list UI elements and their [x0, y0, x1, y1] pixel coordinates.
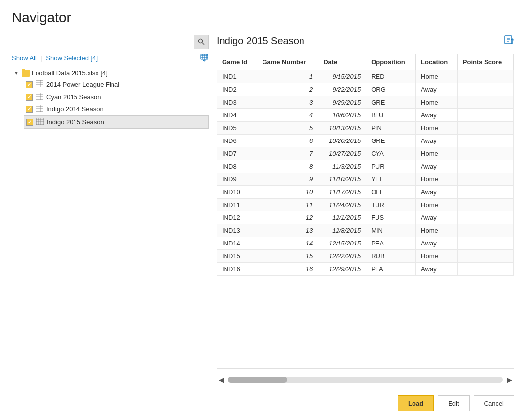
table-cell-r9-c2: 11/17/2015: [318, 186, 366, 199]
checkbox-check-icon: ✓: [27, 82, 31, 87]
table-grid-icon: [36, 118, 44, 126]
tree-item-label-1: 2014 Power League Final: [46, 81, 119, 88]
table-cell-r1-c4: Away: [416, 83, 458, 96]
table-cell-r8-c1: 9: [257, 173, 318, 186]
data-table-wrapper[interactable]: Game IdGame NumberDateOppositionLocation…: [217, 54, 514, 369]
table-cell-r12-c0: IND13: [217, 224, 257, 237]
table-cell-r3-c0: IND4: [217, 109, 257, 122]
table-row: IND9911/10/2015YELHome: [217, 173, 514, 186]
table-cell-r5-c1: 6: [257, 135, 318, 147]
table-cell-r7-c4: Away: [416, 160, 458, 173]
table-cell-r4-c3: PIN: [366, 122, 416, 135]
table-cell-r11-c1: 12: [257, 211, 318, 224]
expand-arrow-icon: ▼: [14, 70, 20, 76]
table-cell-r5-c3: GRE: [366, 135, 416, 147]
table-row: IND119/15/2015REDHome: [217, 70, 514, 83]
table-cell-r0-c0: IND1: [217, 70, 257, 83]
table-cell-r6-c5: [457, 147, 513, 160]
tree-item-checkbox-3[interactable]: ✓: [26, 106, 33, 113]
table-cell-r5-c2: 10/20/2015: [318, 135, 366, 147]
export-icon: [503, 35, 514, 45]
table-cell-r11-c3: FUS: [366, 211, 416, 224]
tree-folder-header[interactable]: ▼ Football Data 2015.xlsx [4]: [12, 68, 209, 78]
footer-area: Load Edit Cancel: [12, 388, 514, 420]
tree-item-label-4: Indigo 2015 Season: [47, 118, 104, 126]
table-cell-r1-c1: 2: [257, 83, 318, 96]
table-row: IND6610/20/2015GREAway: [217, 135, 514, 147]
refresh-button[interactable]: [200, 53, 209, 62]
table-cell-r14-c3: RUB: [366, 250, 416, 263]
tree-item-3[interactable]: ✓ Indigo 2014 Season: [24, 103, 209, 115]
table-cell-r14-c5: [457, 250, 513, 263]
cancel-button[interactable]: Cancel: [474, 395, 514, 411]
table-cell-r13-c5: [457, 237, 513, 250]
table-cell-r5-c4: Away: [416, 135, 458, 147]
table-cell-r3-c1: 4: [257, 109, 318, 122]
tree-item-checkbox-2[interactable]: ✓: [26, 94, 33, 101]
table-cell-r12-c3: MIN: [366, 224, 416, 237]
table-cell-r6-c3: CYA: [366, 147, 416, 160]
table-col-header-4: Location: [416, 54, 458, 70]
table-cell-r1-c5: [457, 83, 513, 96]
table-col-header-5: Points Score: [457, 54, 513, 70]
folder-icon: [22, 70, 30, 77]
table-cell-r5-c0: IND6: [217, 135, 257, 147]
show-all-link[interactable]: Show All: [12, 54, 37, 62]
svg-rect-9: [36, 80, 43, 87]
table-cell-r11-c2: 12/1/2015: [318, 211, 366, 224]
table-cell-r8-c0: IND9: [217, 173, 257, 186]
tree-item-4[interactable]: ✓ Indigo 2015 Season: [24, 115, 209, 129]
search-box-container: [12, 35, 209, 49]
preview-title: Indigo 2015 Season: [217, 35, 304, 47]
table-cell-r10-c1: 11: [257, 199, 318, 211]
table-cell-r4-c4: Home: [416, 122, 458, 135]
search-input[interactable]: [12, 35, 209, 49]
tree-item-1[interactable]: ✓ 2014 Power League Final: [24, 78, 209, 91]
table-row: IND111111/24/2015TURHome: [217, 199, 514, 211]
table-cell-r0-c1: 1: [257, 70, 318, 83]
table-cell-r14-c0: IND15: [217, 250, 257, 263]
scroll-right-button[interactable]: ▶: [505, 375, 514, 385]
table-cell-r15-c1: 16: [257, 263, 318, 276]
table-cell-r2-c4: Home: [416, 96, 458, 109]
table-cell-r0-c4: Home: [416, 70, 458, 83]
load-button[interactable]: Load: [398, 395, 434, 411]
table-row: IND7710/27/2015CYAHome: [217, 147, 514, 160]
preview-export-button[interactable]: [503, 35, 514, 48]
refresh-icon: [200, 53, 209, 62]
edit-button[interactable]: Edit: [438, 395, 469, 411]
table-row: IND131312/8/2015MINHome: [217, 224, 514, 237]
table-cell-r0-c5: [457, 70, 513, 83]
tree-item-checkbox-4[interactable]: ✓: [26, 119, 33, 126]
svg-rect-14: [36, 93, 43, 100]
tree-folder: ▼ Football Data 2015.xlsx [4] ✓ 2014 Pow…: [12, 67, 209, 130]
table-grid-icon: [36, 93, 43, 101]
table-row: IND121212/1/2015FUSAway: [217, 211, 514, 224]
table-cell-r4-c1: 5: [257, 122, 318, 135]
horizontal-scrollbar[interactable]: ◀ ▶: [217, 371, 514, 388]
table-cell-r2-c5: [457, 96, 513, 109]
table-cell-r4-c0: IND5: [217, 122, 257, 135]
table-cell-r8-c2: 11/10/2015: [318, 173, 366, 186]
table-col-header-3: Opposition: [366, 54, 416, 70]
scroll-thumb[interactable]: [228, 377, 287, 383]
table-cell-r3-c4: Away: [416, 109, 458, 122]
show-selected-link[interactable]: Show Selected [4]: [46, 54, 98, 62]
search-button[interactable]: [194, 35, 209, 49]
checkbox-check-icon: ✓: [27, 107, 31, 112]
tree-item-checkbox-1[interactable]: ✓: [26, 81, 33, 88]
filter-row: Show All | Show Selected [4]: [12, 53, 209, 62]
table-cell-r6-c1: 7: [257, 147, 318, 160]
search-icon: [198, 38, 205, 45]
tree-item-2[interactable]: ✓ Cyan 2015 Season: [24, 91, 209, 103]
scroll-track[interactable]: [228, 377, 503, 383]
table-cell-r6-c2: 10/27/2015: [318, 147, 366, 160]
table-cell-r12-c2: 12/8/2015: [318, 224, 366, 237]
svg-line-1: [202, 43, 204, 45]
scroll-left-button[interactable]: ◀: [217, 375, 226, 385]
table-cell-r13-c3: PEA: [366, 237, 416, 250]
preview-header: Indigo 2015 Season: [217, 35, 514, 48]
page-title: Navigator: [12, 10, 514, 26]
table-cell-r6-c0: IND7: [217, 147, 257, 160]
table-cell-r15-c0: IND16: [217, 263, 257, 276]
